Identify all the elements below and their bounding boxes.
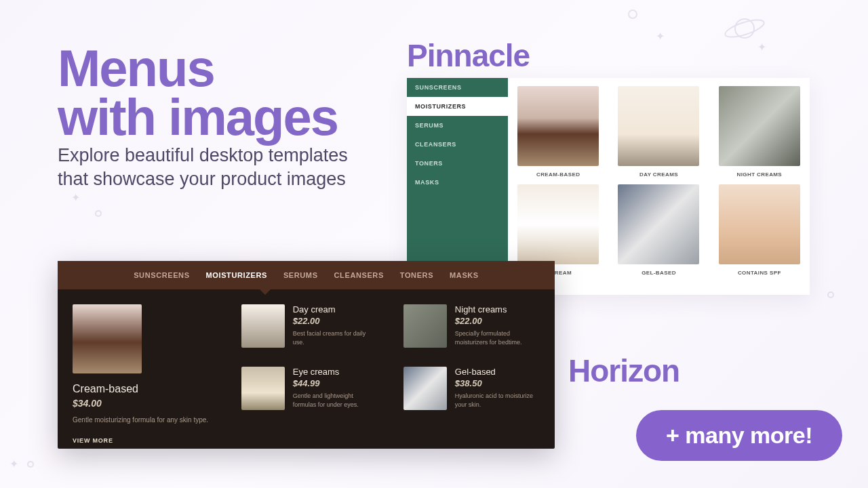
- product-thumb: [618, 86, 699, 166]
- product-thumb: [241, 304, 285, 348]
- tab-moisturizers[interactable]: MOISTURIZERS: [206, 271, 267, 279]
- featured-desc: Gentle moisturizing formula for any skin…: [73, 415, 216, 425]
- tab-serums[interactable]: SERUMS: [283, 271, 318, 279]
- item-price: $22.00: [455, 316, 540, 326]
- item-price: $38.50: [455, 378, 540, 388]
- product-thumb: [403, 367, 447, 410]
- tab-toners[interactable]: TONERS: [400, 271, 433, 279]
- product-thumb: [403, 304, 447, 348]
- product-thumb: [719, 86, 800, 166]
- item-desc: Gentle and lightweight formulas for unde…: [293, 392, 378, 409]
- grid-item[interactable]: NIGHT CREAMS: [716, 86, 803, 178]
- horizon-tabs: SUNSCREENS MOISTURIZERS SERUMS CLEANSERS…: [58, 261, 555, 289]
- item-title: Eye creams: [293, 367, 378, 377]
- tab-sunscreens[interactable]: SUNSCREENS: [134, 271, 189, 279]
- product-thumb: [517, 184, 599, 264]
- list-item[interactable]: Night creams $22.00 Specially formulated…: [403, 304, 540, 348]
- product-thumb: [719, 184, 800, 264]
- page-headline: Menuswith images: [58, 44, 338, 142]
- featured-product[interactable]: Cream-based $34.00 Gentle moisturizing f…: [73, 304, 216, 444]
- item-price: $22.00: [293, 316, 378, 326]
- sidebar-item-cleansers[interactable]: CLEANSERS: [407, 135, 508, 154]
- list-item[interactable]: Gel-based $38.50 Hyaluronic acid to mois…: [403, 367, 540, 410]
- item-desc: Best facial creams for daily use.: [293, 329, 378, 346]
- grid-item[interactable]: CONTAINS SPF: [716, 184, 803, 276]
- item-desc: Hyaluronic acid to moisturize your skin.: [455, 392, 540, 409]
- tab-masks[interactable]: MASKS: [450, 271, 479, 279]
- sidebar-item-moisturizers[interactable]: MOISTURIZERS: [407, 97, 508, 116]
- svg-point-1: [724, 16, 766, 41]
- horizon-label: Horizon: [568, 352, 679, 389]
- pinnacle-label: Pinnacle: [407, 37, 530, 74]
- list-item[interactable]: Eye creams $44.99 Gentle and lightweight…: [241, 367, 378, 410]
- sidebar-item-masks[interactable]: MASKS: [407, 173, 508, 192]
- grid-item[interactable]: CREAM-BASED: [515, 86, 601, 178]
- many-more-button[interactable]: + many more!: [636, 410, 842, 461]
- item-title: Gel-based: [455, 367, 540, 377]
- tab-cleansers[interactable]: CLEANSERS: [334, 271, 384, 279]
- product-thumb: [618, 184, 699, 264]
- horizon-template-card: SUNSCREENS MOISTURIZERS SERUMS CLEANSERS…: [58, 261, 555, 449]
- sidebar-item-sunscreens[interactable]: SUNSCREENS: [407, 78, 508, 97]
- planet-icon: [723, 14, 766, 43]
- featured-price: $34.00: [73, 398, 216, 409]
- featured-thumb: [73, 304, 142, 373]
- item-title: Day cream: [293, 304, 378, 314]
- grid-item[interactable]: GEL-BASED: [615, 184, 702, 276]
- product-thumb: [241, 367, 285, 410]
- tab-arrow-icon: [260, 289, 271, 295]
- list-item[interactable]: Day cream $22.00 Best facial creams for …: [241, 304, 378, 348]
- sidebar-item-serums[interactable]: SERUMS: [407, 116, 508, 135]
- grid-item[interactable]: DAY CREAMS: [615, 86, 702, 178]
- item-price: $44.99: [293, 378, 378, 388]
- item-title: Night creams: [455, 304, 540, 314]
- sidebar-item-toners[interactable]: TONERS: [407, 154, 508, 173]
- featured-title: Cream-based: [73, 383, 216, 395]
- view-more-link[interactable]: VIEW MORE: [73, 437, 216, 444]
- item-desc: Specially formulated moisturizers for be…: [455, 329, 540, 346]
- product-thumb: [517, 86, 599, 166]
- page-subheading: Explore beautiful desktop templatesthat …: [58, 144, 348, 191]
